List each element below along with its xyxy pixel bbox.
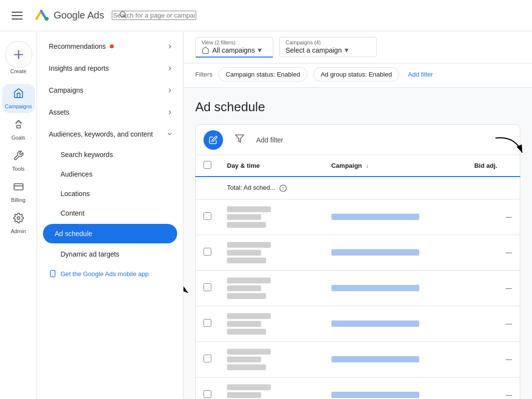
campaigns-chevron-icon: ›	[168, 85, 171, 95]
day-time-cell	[219, 377, 324, 399]
row-checkbox[interactable]	[204, 355, 211, 362]
view-filter-chevron-icon: ▾	[258, 45, 262, 55]
pencil-icon	[209, 136, 218, 144]
mobile-app-icon	[49, 270, 57, 278]
ad-group-status-filter-chip[interactable]: Ad group status: Enabled	[313, 67, 399, 81]
recommendations-label: Recommendations	[49, 42, 106, 50]
row-checkbox[interactable]	[204, 319, 211, 327]
nav-item-assets[interactable]: Assets ›	[37, 101, 183, 123]
create-button[interactable]	[5, 41, 32, 68]
sidebar-item-admin[interactable]: Admin	[2, 209, 35, 238]
campaign-cell	[324, 235, 467, 270]
bid-adj-cell: —	[467, 306, 520, 341]
nav-sub-item-ad-schedule[interactable]: Ad schedule	[43, 224, 177, 243]
nav-item-audiences[interactable]: Audiences, keywords, and content ›	[37, 123, 183, 145]
main-layout: Create Campaigns Goals	[0, 31, 532, 399]
day-time-column-header: Day & time	[219, 155, 324, 177]
campaign-cell	[324, 199, 467, 235]
day-time-cell	[219, 341, 324, 377]
filter-bar: Filters Campaign status: Enabled Ad grou…	[184, 63, 532, 88]
view-filter-top-label: View (2 filters)	[202, 40, 267, 45]
insights-chevron-icon: ›	[168, 63, 171, 73]
total-row: Total: Ad sched...	[196, 177, 520, 199]
nav-sub-item-audiences[interactable]: Audiences	[37, 164, 183, 184]
logo[interactable]: Google Ads	[34, 8, 104, 23]
recommendations-chevron-icon: ›	[168, 41, 171, 51]
view-filter-dropdown[interactable]: View (2 filters) All campaigns ▾	[195, 37, 273, 57]
campaigns-icon	[13, 88, 24, 101]
nav-sub-item-locations[interactable]: Locations	[37, 184, 183, 203]
table-toolbar: Add filter	[195, 124, 520, 155]
recommendations-notification-dot	[110, 44, 114, 48]
row-checkbox[interactable]	[204, 283, 211, 291]
create-button-wrap: Create	[3, 35, 34, 82]
bid-adj-cell: —	[467, 270, 520, 306]
edit-button[interactable]	[204, 130, 223, 150]
tools-sidebar-label: Tools	[12, 166, 25, 172]
nav-item-recommendations[interactable]: Recommendations ›	[37, 35, 183, 57]
table-row: —	[196, 270, 520, 306]
goals-icon	[13, 119, 24, 133]
assets-chevron-icon: ›	[168, 107, 171, 117]
table-wrapper: Add filter Day & time Ca	[195, 124, 520, 399]
nav-sub-item-content[interactable]: Content	[37, 203, 183, 223]
svg-point-8	[17, 217, 20, 219]
table-filter-button[interactable]	[231, 130, 248, 150]
sidebar-item-tools[interactable]: Tools	[2, 146, 35, 176]
svg-rect-9	[50, 270, 55, 277]
billing-icon	[13, 181, 24, 195]
mobile-app-link-text: Get the Google Ads mobile app	[61, 270, 149, 278]
filters-label: Filters	[195, 71, 212, 78]
total-label: Total: Ad sched...	[219, 177, 324, 199]
day-time-cell	[219, 306, 324, 341]
icon-sidebar: Create Campaigns Goals	[0, 31, 37, 399]
nav-sub-item-search-keywords[interactable]: Search keywords	[37, 145, 183, 164]
logo-text: Google Ads	[54, 10, 104, 21]
mobile-app-link[interactable]: Get the Google Ads mobile app	[37, 264, 183, 283]
campaigns-sidebar-label: Campaigns	[5, 103, 32, 109]
campaign-cell	[324, 306, 467, 341]
add-filter-button[interactable]: Add filter	[405, 68, 436, 81]
nav-item-campaigns[interactable]: Campaigns ›	[37, 79, 183, 101]
table-add-filter-label: Add filter	[256, 136, 283, 144]
svg-rect-6	[14, 184, 22, 190]
sidebar-item-campaigns[interactable]: Campaigns	[2, 84, 35, 113]
tools-icon	[13, 150, 24, 164]
sidebar-item-goals[interactable]: Goals	[2, 115, 35, 144]
audiences-label: Audiences, keywords, and content	[49, 130, 153, 138]
billing-sidebar-label: Billing	[11, 197, 25, 203]
row-checkbox[interactable]	[204, 390, 211, 398]
row-checkbox[interactable]	[204, 212, 211, 220]
top-header: Google Ads	[0, 0, 532, 31]
campaign-select-dropdown[interactable]: Campaigns (4) Select a campaign ▾	[279, 37, 377, 57]
row-checkbox[interactable]	[204, 248, 211, 256]
campaign-column-header[interactable]: Campaign ↓	[324, 155, 467, 177]
assets-label: Assets	[49, 108, 69, 116]
table-row: —	[196, 199, 520, 235]
bid-adj-column-header: Bid adj.	[467, 155, 520, 177]
menu-button[interactable]	[8, 8, 26, 23]
select-all-checkbox[interactable]	[204, 161, 211, 169]
google-ads-logo-icon	[34, 8, 50, 23]
home-icon	[202, 46, 209, 54]
table-row: —	[196, 377, 520, 399]
nav-sidebar: Recommendations › Insights and reports ›…	[37, 31, 184, 399]
page-title: Ad schedule	[195, 100, 520, 115]
svg-line-2	[125, 16, 126, 18]
insights-label: Insights and reports	[49, 64, 109, 72]
view-filter-value: All campaigns ▾	[202, 45, 267, 55]
table-row: —	[196, 306, 520, 341]
table-row: —	[196, 235, 520, 270]
campaign-status-filter-chip[interactable]: Campaign status: Enabled	[218, 67, 307, 81]
search-bar-wrapper	[112, 11, 405, 20]
ad-schedule-table: Day & time Campaign ↓ Bid adj.	[195, 155, 520, 399]
bid-adj-cell: —	[467, 199, 520, 235]
nav-item-insights[interactable]: Insights and reports ›	[37, 57, 183, 79]
admin-sidebar-label: Admin	[11, 228, 26, 234]
bid-adj-cell: —	[467, 235, 520, 270]
sidebar-item-billing[interactable]: Billing	[2, 178, 35, 207]
nav-sub-item-dynamic-ad-targets[interactable]: Dynamic ad targets	[37, 244, 183, 264]
svg-point-15	[283, 189, 283, 190]
bid-adj-cell: —	[467, 377, 520, 399]
campaign-cell	[324, 341, 467, 377]
